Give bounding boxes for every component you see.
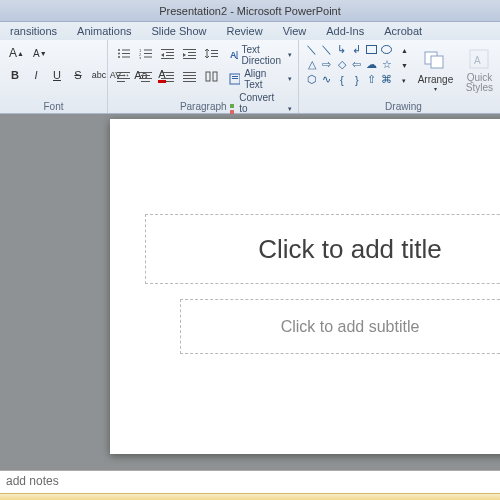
strike-button[interactable]: S — [69, 65, 87, 85]
svg-rect-25 — [117, 72, 130, 73]
svg-rect-54 — [431, 56, 443, 68]
svg-rect-11 — [144, 56, 152, 57]
svg-rect-41 — [206, 72, 210, 81]
svg-rect-27 — [117, 78, 130, 79]
svg-rect-46 — [232, 78, 238, 79]
align-center-button[interactable] — [136, 66, 155, 86]
tab-add-ins[interactable]: Add-Ins — [316, 22, 374, 40]
bold-button[interactable]: B — [6, 65, 24, 85]
shape-line[interactable]: ＼ — [305, 43, 318, 56]
justify-button[interactable] — [180, 66, 199, 86]
shape-callout[interactable]: ⌘ — [380, 73, 393, 86]
svg-rect-12 — [161, 49, 174, 50]
svg-point-52 — [382, 46, 392, 54]
shape-conn[interactable]: ↳ — [335, 43, 348, 56]
increase-indent-button[interactable] — [180, 43, 199, 63]
shape-star[interactable]: ☆ — [380, 58, 393, 71]
quick-styles-icon: A — [467, 47, 491, 71]
svg-rect-30 — [141, 75, 150, 76]
svg-rect-24 — [211, 56, 218, 57]
shape-brace2[interactable]: } — [350, 73, 363, 86]
tab-review[interactable]: Review — [217, 22, 273, 40]
gallery-more-button[interactable]: ▾ — [395, 73, 413, 88]
shape-cloud[interactable]: ☁ — [365, 58, 378, 71]
svg-rect-1 — [122, 49, 130, 50]
numbering-button[interactable]: 123 — [136, 43, 155, 63]
shape-curve[interactable]: ∿ — [320, 73, 333, 86]
svg-rect-40 — [183, 81, 196, 82]
svg-rect-9 — [144, 53, 152, 54]
svg-rect-37 — [183, 72, 196, 73]
paragraph-group-label: Paragraph — [108, 101, 298, 112]
columns-button[interactable] — [202, 66, 221, 86]
shape-line2[interactable]: ＼ — [320, 43, 333, 56]
shape-conn2[interactable]: ↲ — [350, 43, 363, 56]
svg-rect-17 — [183, 49, 196, 50]
arrange-button[interactable]: Arrange ▾ — [413, 43, 457, 97]
svg-rect-38 — [183, 75, 196, 76]
svg-rect-21 — [183, 58, 196, 59]
drawing-group-label: Drawing — [299, 101, 500, 112]
shape-triangle[interactable]: △ — [305, 58, 318, 71]
text-shadow-button[interactable]: abc — [90, 65, 108, 85]
svg-rect-22 — [211, 50, 218, 51]
svg-rect-36 — [166, 81, 174, 82]
shape-oval[interactable] — [380, 43, 393, 56]
ribbon-group-font: A▲ A▼ B I U S abc AV↔ Aa A Font — [0, 40, 108, 113]
align-right-button[interactable] — [158, 66, 177, 86]
line-spacing-button[interactable] — [202, 43, 221, 63]
shape-brace[interactable]: { — [335, 73, 348, 86]
svg-rect-34 — [166, 75, 174, 76]
svg-rect-29 — [139, 72, 152, 73]
bullets-button[interactable] — [114, 43, 133, 63]
shape-rect[interactable] — [365, 43, 378, 56]
shape-diamond[interactable]: ◇ — [335, 58, 348, 71]
italic-button[interactable]: I — [27, 65, 45, 85]
align-left-button[interactable] — [114, 66, 133, 86]
svg-rect-42 — [213, 72, 217, 81]
svg-rect-31 — [139, 78, 152, 79]
svg-rect-19 — [188, 52, 196, 53]
decrease-indent-button[interactable] — [158, 43, 177, 63]
tab-view[interactable]: View — [273, 22, 317, 40]
svg-rect-14 — [166, 52, 174, 53]
svg-marker-18 — [183, 53, 186, 57]
svg-rect-16 — [161, 58, 174, 59]
svg-text:A: A — [474, 55, 481, 66]
subtitle-placeholder[interactable]: Click to add subtitle — [180, 299, 500, 354]
quick-styles-button[interactable]: A Quick Styles — [457, 43, 500, 97]
grow-font-button[interactable]: A▲ — [6, 43, 27, 63]
svg-rect-5 — [122, 56, 130, 57]
svg-rect-3 — [122, 53, 130, 54]
title-placeholder[interactable]: Click to add title — [145, 214, 500, 284]
shrink-font-button[interactable]: A▼ — [30, 43, 50, 63]
shape-arrow-u[interactable]: ⇧ — [365, 73, 378, 86]
svg-rect-23 — [211, 53, 218, 54]
tab-slide-show[interactable]: Slide Show — [142, 22, 217, 40]
gallery-up-button[interactable]: ▲ — [395, 43, 413, 58]
notes-pane[interactable]: add notes — [0, 470, 500, 493]
ribbon: A▲ A▼ B I U S abc AV↔ Aa A Font 123 — [0, 40, 500, 114]
align-text-button[interactable]: Align Text ▾ — [229, 67, 292, 91]
tab-animations[interactable]: Animations — [67, 22, 141, 40]
gallery-down-button[interactable]: ▼ — [395, 58, 413, 73]
svg-rect-45 — [232, 76, 238, 77]
window-title: Presentation2 - Microsoft PowerPoint — [0, 0, 500, 22]
tab-acrobat[interactable]: Acrobat — [374, 22, 432, 40]
svg-rect-39 — [183, 78, 196, 79]
shape-arrow-r[interactable]: ⇨ — [320, 58, 333, 71]
text-direction-button[interactable]: AText Direction ▾ — [229, 43, 292, 67]
slide-canvas[interactable]: Click to add title Click to add subtitle — [110, 119, 500, 454]
svg-rect-7 — [144, 49, 152, 50]
svg-point-4 — [118, 56, 120, 58]
svg-rect-35 — [161, 78, 174, 79]
shape-hex[interactable]: ⬡ — [305, 73, 318, 86]
tab-transitions[interactable]: ransitions — [0, 22, 67, 40]
svg-rect-28 — [117, 81, 125, 82]
underline-button[interactable]: U — [48, 65, 66, 85]
shape-arrow-l[interactable]: ⇦ — [350, 58, 363, 71]
svg-rect-15 — [166, 55, 174, 56]
ribbon-group-drawing: ＼ ＼ ↳ ↲ △ ⇨ ◇ ⇦ ☁ ☆ ⬡ ∿ { } ⇧ ⌘ ▲ ▼ ▾ Ar… — [299, 40, 500, 113]
font-group-label: Font — [0, 101, 107, 112]
shapes-gallery[interactable]: ＼ ＼ ↳ ↲ △ ⇨ ◇ ⇦ ☁ ☆ ⬡ ∿ { } ⇧ ⌘ — [305, 43, 393, 86]
